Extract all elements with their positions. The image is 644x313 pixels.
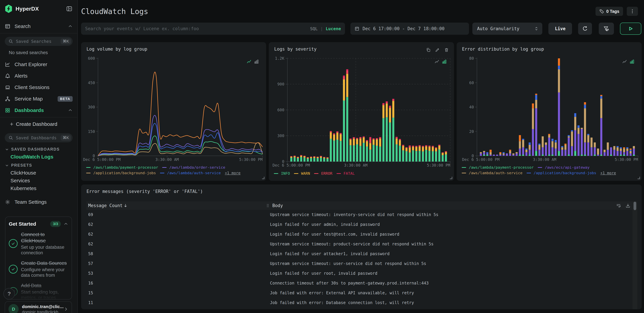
table-row[interactable]: 16Connection timeout after 30s to paymen… xyxy=(86,278,632,288)
run-query-button[interactable] xyxy=(620,23,641,35)
presets-section-header[interactable]: PRESETS xyxy=(0,161,77,169)
get-started-item-add-data[interactable]: Add Data Start sending logs, metrics, or… xyxy=(9,283,68,300)
table-row[interactable]: 62Login failed for user admin, invalid p… xyxy=(86,220,632,229)
message-count-cell: 16 xyxy=(86,281,265,286)
edit-panel-icon[interactable] xyxy=(435,48,440,52)
table-row[interactable]: 15Job failed with error: External API un… xyxy=(86,288,632,298)
filter-button[interactable] xyxy=(599,23,614,35)
saved-dashboards-section-header[interactable]: SAVED DASHBOARDS xyxy=(0,142,77,153)
task-subtitle: Configure where your data comes from xyxy=(21,267,68,278)
date-range-picker[interactable]: Dec 6 17:00:00 - Dec 7 18:00:00 xyxy=(350,23,469,35)
legend-item[interactable]: INFO xyxy=(274,171,290,176)
drag-handle-icon[interactable] xyxy=(266,203,270,208)
table-row[interactable]: 53Login failed for user root, invalid pa… xyxy=(86,269,632,278)
column-header-body[interactable]: Body xyxy=(265,203,616,208)
legend-item[interactable]: WARN xyxy=(294,171,310,176)
table-scrollbar[interactable] xyxy=(632,201,637,309)
granularity-select[interactable]: Auto Granularity xyxy=(472,23,542,35)
collapse-sidebar-icon[interactable] xyxy=(66,5,73,12)
event-search-box[interactable]: SQL | Lucene xyxy=(81,23,345,35)
create-dashboard-button[interactable]: Create Dashboard xyxy=(0,119,77,129)
table-row[interactable]: 11Job failed with error: Database connec… xyxy=(86,298,632,308)
service-map-icon xyxy=(5,96,10,102)
search-input[interactable] xyxy=(85,26,307,31)
legend-item[interactable]: /aws/lambda/payment-processor xyxy=(86,164,158,170)
sidebar-item-clickhouse[interactable]: ClickHouse xyxy=(0,169,77,177)
sidebar-item-service-map[interactable]: Service Map BETA xyxy=(0,93,77,105)
wrap-text-icon[interactable] xyxy=(616,203,621,208)
legend-more-link[interactable]: +1 more xyxy=(600,170,616,176)
table-row[interactable]: 62Login failed for user test@test.com, i… xyxy=(86,229,632,239)
panel-title: Error distribution by log group xyxy=(457,42,642,52)
user-name: dominic.tran@clic... xyxy=(22,304,60,309)
legend-item[interactable]: /aws/lambda/auth-service xyxy=(462,170,522,176)
table-row[interactable]: 57Upstream service timeout: user-service… xyxy=(86,259,632,269)
legend-swatch xyxy=(526,173,531,173)
panel-resize-handle[interactable] xyxy=(638,177,640,179)
column-label: Message Count xyxy=(88,203,123,208)
table-row[interactable]: 58Login failed for user attacker1, inval… xyxy=(86,249,632,259)
line-chart-toggle-icon[interactable] xyxy=(622,59,627,64)
sidebar-item-alerts[interactable]: Alerts xyxy=(0,70,77,82)
bar-chart-toggle-icon[interactable] xyxy=(442,59,447,64)
log-volume-chart[interactable]: 0150300450600Dec 6 5:00:00 PM3:30:00 AM5… xyxy=(86,56,263,165)
beta-badge: BETA xyxy=(58,96,73,102)
column-header-message-count[interactable]: Message Count xyxy=(86,203,265,208)
table-row[interactable]: 62Upstream service timeout: product-serv… xyxy=(86,239,632,249)
legend-item[interactable]: /aws/lambda/order-service xyxy=(162,164,225,170)
logo-text: HyperDX xyxy=(16,6,66,12)
sidebar-item-search[interactable]: Search xyxy=(0,20,77,32)
legend-item[interactable]: /application/background-jobs xyxy=(526,170,596,176)
chevron-up-icon[interactable] xyxy=(64,222,68,226)
saved-dashboards-input[interactable]: Saved Dashboards ⌘K xyxy=(5,133,73,142)
line-chart-toggle-icon[interactable] xyxy=(246,59,252,64)
legend-item[interactable]: /application/background-jobs xyxy=(86,170,156,176)
svg-text:Dec 6 5:00:00 PM: Dec 6 5:00:00 PM xyxy=(83,157,120,162)
sidebar-item-cloudwatch-logs[interactable]: CloudWatch Logs xyxy=(0,153,77,161)
panel-resize-handle[interactable] xyxy=(450,177,452,179)
chevron-up-icon[interactable] xyxy=(68,24,73,29)
delete-panel-icon[interactable] xyxy=(444,48,449,52)
user-menu[interactable]: D dominic.tran@clic... dominic.tran@clic… xyxy=(5,301,72,313)
download-csv-icon[interactable] xyxy=(626,203,630,208)
legend-item[interactable]: /aws/lambda/payment-processor xyxy=(462,164,534,170)
more-menu-button[interactable] xyxy=(627,7,638,16)
duplicate-panel-icon[interactable] xyxy=(426,48,431,52)
line-chart-toggle-icon[interactable] xyxy=(434,59,440,64)
tag-icon xyxy=(599,9,604,14)
chevron-right-icon xyxy=(64,307,68,312)
logs-by-severity-chart[interactable]: 03006009001.2KDec 6 5:00:00 PM3:30:00 AM… xyxy=(274,56,451,170)
sidebar-item-kubernetes[interactable]: Kubernetes xyxy=(0,184,77,192)
svg-text:5:30:00 PM: 5:30:00 PM xyxy=(239,157,262,162)
sidebar-item-services[interactable]: Services xyxy=(0,177,77,184)
table-row[interactable]: 69Upstream service timeout: inventory-se… xyxy=(86,210,632,220)
bar-chart-toggle-icon[interactable] xyxy=(254,59,259,64)
legend-item[interactable]: /aws/lambda/auth-service xyxy=(160,170,221,176)
get-started-card: Get Started 3/3 Connect to ClickHouse Se… xyxy=(5,217,72,300)
main-content: CloudWatch Logs 0 Tags SQL | Lucene Dec … xyxy=(78,0,644,313)
bar-chart-toggle-icon[interactable] xyxy=(630,59,634,64)
sidebar-item-team-settings[interactable]: Team Settings xyxy=(0,196,77,208)
saved-searches-input[interactable]: Saved Searches ⌘K xyxy=(5,37,73,46)
sidebar-item-chart-explorer[interactable]: Chart Explorer xyxy=(0,59,77,70)
chevron-up-icon[interactable] xyxy=(68,108,73,113)
tags-button[interactable]: 0 Tags xyxy=(596,7,623,16)
sidebar-item-dashboards[interactable]: Dashboards xyxy=(0,105,77,116)
sidebar-item-label: Service Map xyxy=(14,96,54,102)
legend-label: /aws/lambda/auth-service xyxy=(469,170,522,176)
sql-toggle[interactable]: SQL xyxy=(310,26,318,31)
legend-item[interactable]: /aws/ecs/api-gateway xyxy=(538,164,590,170)
get-started-item-sources[interactable]: Create Data Sources Configure where your… xyxy=(9,260,68,278)
legend-more-link[interactable]: +1 more xyxy=(225,170,240,176)
lucene-toggle[interactable]: Lucene xyxy=(326,26,341,31)
scrollbar-thumb[interactable] xyxy=(634,202,636,210)
panel-resize-handle[interactable] xyxy=(262,177,264,179)
live-button[interactable]: Live xyxy=(548,23,572,35)
help-button[interactable]: ? xyxy=(4,288,15,300)
legend-item[interactable]: ERROR xyxy=(314,171,332,176)
legend-item[interactable]: FATAL xyxy=(336,171,355,176)
error-distribution-chart[interactable]: 020406080Dec 6 5:00:00 PM3:30:00 AM5:30:… xyxy=(462,56,639,165)
refresh-button[interactable] xyxy=(578,23,592,35)
get-started-item-connect[interactable]: Connect to ClickHouse Set up your databa… xyxy=(9,231,68,256)
sidebar-item-client-sessions[interactable]: Client Sessions xyxy=(0,82,77,93)
